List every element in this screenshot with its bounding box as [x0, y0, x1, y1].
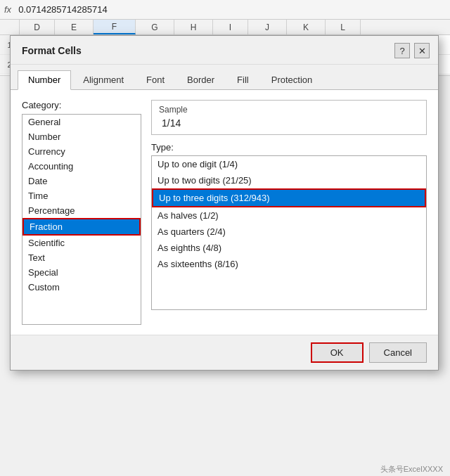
type-three-digits[interactable]: Up to three digits (312/943): [152, 188, 426, 207]
dialog-body: Category: General Number Currency Accoun…: [11, 90, 438, 335]
tab-fill[interactable]: Fill: [226, 70, 259, 89]
tab-protection[interactable]: Protection: [261, 70, 323, 89]
sample-label: Sample: [159, 105, 419, 115]
fx-icon: fx: [4, 4, 11, 15]
type-quarters[interactable]: As quarters (2/4): [152, 224, 426, 240]
row-corner: [0, 20, 20, 34]
col-header-H: H: [174, 20, 213, 34]
category-label: Category:: [22, 100, 141, 110]
tab-font[interactable]: Font: [136, 70, 175, 89]
type-halves[interactable]: As halves (1/2): [152, 207, 426, 224]
category-currency[interactable]: Currency: [22, 144, 141, 159]
dialog-titlebar: Format Cells ? ✕: [11, 36, 438, 65]
formula-bar: fx 0.0714285714285714: [0, 0, 450, 20]
dialog-tabs: Number Alignment Font Border Fill Protec…: [11, 65, 438, 90]
col-header-L: L: [326, 20, 361, 34]
ok-button[interactable]: OK: [311, 342, 364, 363]
col-header-E: E: [55, 20, 94, 34]
column-headers: D E F G H I J K L: [0, 20, 450, 35]
category-special[interactable]: Special: [22, 265, 141, 280]
watermark: 头条号ExcelXXXX: [380, 464, 443, 475]
category-text[interactable]: Text: [22, 250, 141, 265]
col-header-I: I: [213, 20, 248, 34]
col-header-K: K: [287, 20, 326, 34]
type-label: Type:: [151, 142, 427, 153]
category-general[interactable]: General: [22, 115, 141, 129]
type-one-digit[interactable]: Up to one digit (1/4): [152, 156, 426, 172]
dialog-footer: OK Cancel: [11, 335, 438, 370]
col-header-G: G: [136, 20, 174, 34]
col-header-J: J: [248, 20, 287, 34]
cancel-button[interactable]: Cancel: [369, 342, 427, 363]
dialog-controls: ? ✕: [394, 43, 430, 58]
tab-border[interactable]: Border: [176, 70, 225, 89]
dialog-content: Category: General Number Currency Accoun…: [22, 100, 427, 325]
category-time[interactable]: Time: [22, 188, 141, 203]
type-two-digits[interactable]: Up to two digits (21/25): [152, 172, 426, 188]
category-date[interactable]: Date: [22, 174, 141, 188]
category-fraction[interactable]: Fraction: [22, 218, 141, 236]
help-button[interactable]: ?: [394, 43, 410, 58]
tab-number[interactable]: Number: [18, 70, 71, 90]
category-accounting[interactable]: Accounting: [22, 159, 141, 174]
right-panel: Sample 1/14 Type: Up to one digit (1/4) …: [151, 100, 427, 325]
category-custom[interactable]: Custom: [22, 280, 141, 295]
category-section: Category: General Number Currency Accoun…: [22, 100, 141, 325]
sample-section: Sample 1/14: [151, 100, 427, 135]
col-header-F: F: [94, 20, 136, 34]
category-list[interactable]: General Number Currency Accounting Date …: [22, 114, 141, 325]
format-cells-dialog: Format Cells ? ✕ Number Alignment Font B…: [10, 35, 439, 371]
close-button[interactable]: ✕: [414, 43, 430, 58]
formula-value: 0.0714285714285714: [18, 4, 108, 15]
type-section: Type: Up to one digit (1/4) Up to two di…: [151, 142, 427, 310]
category-number[interactable]: Number: [22, 129, 141, 144]
category-scientific[interactable]: Scientific: [22, 236, 141, 250]
category-percentage[interactable]: Percentage: [22, 203, 141, 218]
type-list[interactable]: Up to one digit (1/4) Up to two digits (…: [151, 155, 427, 310]
type-eighths[interactable]: As eighths (4/8): [152, 240, 426, 256]
col-header-D: D: [20, 20, 55, 34]
sample-value: 1/14: [159, 117, 419, 129]
type-sixteenths[interactable]: As sixteenths (8/16): [152, 256, 426, 272]
dialog-title: Format Cells: [22, 45, 82, 56]
tab-alignment[interactable]: Alignment: [72, 70, 134, 89]
